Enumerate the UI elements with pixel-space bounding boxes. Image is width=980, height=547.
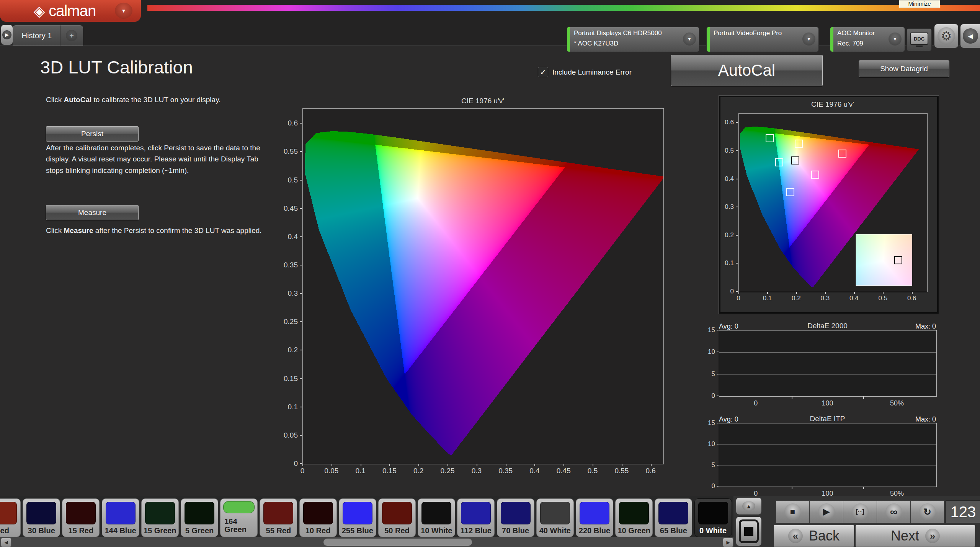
max-value-de2000: Max: 0 [915, 322, 936, 330]
x-axis-tick [332, 464, 332, 466]
x-axis-tick [854, 292, 855, 294]
pattern-window-button[interactable] [736, 516, 762, 546]
patch-label: 10 Red [300, 527, 336, 535]
calman-app-window: ◈ calman ▼ Minimize ▶ History 1 + DDC ⚙ … [0, 0, 980, 547]
refresh-button[interactable]: ↻ [910, 500, 944, 523]
step-range-button[interactable]: [··] [843, 500, 877, 523]
x-axis-tick-label: 0.4 [529, 467, 539, 475]
y-axis-tick [300, 407, 302, 407]
y-axis-tick-label: 0.35 [284, 261, 298, 269]
autocal-button[interactable]: AutoCal [671, 55, 823, 86]
patch-swatch [580, 502, 609, 524]
x-axis-tick-label: 0.5 [588, 467, 598, 475]
include-luminance-error-label: Include Luminance Error [552, 68, 632, 77]
y-axis-tick [717, 444, 719, 444]
back-button[interactable]: « Back [773, 525, 854, 547]
device-bar-3[interactable]: AOC MonitorRec. 709▼ [830, 27, 905, 52]
patch-label: 30 Blue [23, 527, 60, 535]
next-button[interactable]: Next » [855, 525, 975, 547]
patch-card-10-green[interactable]: 10 Green [615, 498, 653, 537]
measure-post: after the Persist to confirm the 3D LUT … [93, 226, 262, 234]
chevron-down-icon[interactable]: ▼ [802, 33, 815, 46]
connection-status-indicator [567, 27, 570, 52]
y-axis-tick-label: 15 [708, 419, 715, 427]
x-axis-tick-label: 0 [737, 295, 740, 302]
x-axis-tick [825, 292, 826, 294]
patch-card-70-blue[interactable]: 70 Blue [497, 498, 534, 537]
rainbow-gradient-bar [147, 5, 980, 11]
device-bar-line2: Rec. 709 [837, 40, 863, 47]
x-axis-tick-label: 0 [754, 399, 758, 407]
patch-card-164-green[interactable]: 164 Green [220, 498, 258, 537]
y-axis-tick [300, 123, 302, 124]
target-marker-6 [811, 171, 819, 179]
patch-card-50-red[interactable]: 50 Red [378, 498, 416, 537]
device-bar-1[interactable]: Portrait Displays C6 HDR5000* AOC K27U3D… [567, 27, 699, 52]
patch-card-15-green[interactable]: 15 Green [141, 498, 179, 537]
y-axis-tick [300, 350, 302, 350]
collapse-right-panel-button[interactable]: ◀ [960, 24, 980, 48]
main-menu-dropdown-icon[interactable]: ▼ [115, 3, 132, 19]
gridline [719, 352, 936, 353]
x-axis-tick [912, 292, 913, 294]
patch-card-5-green[interactable]: 5 Green [181, 498, 218, 537]
device-bar-2[interactable]: Portrait VideoForge Pro▼ [706, 27, 819, 52]
y-axis-tick-label: 0 [730, 288, 734, 295]
measure-bold: Measure [64, 226, 93, 234]
patch-card-220-blue[interactable]: 220 Blue [576, 498, 613, 537]
device-bar-line1: Portrait Displays C6 HDR5000 [574, 29, 662, 37]
chevron-down-icon[interactable]: ▼ [889, 33, 902, 46]
patch-label: 255 Blue [339, 527, 376, 535]
patch-swatch [501, 502, 531, 524]
calman-menu-button[interactable]: ◈ calman ▼ [0, 0, 141, 22]
y-axis-tick-label: 0 [712, 392, 715, 400]
patch-card-255-blue[interactable]: 255 Blue [339, 498, 376, 537]
next-label: Next [891, 528, 919, 544]
x-axis-tick [593, 464, 593, 466]
patch-card-65-blue[interactable]: 65 Blue [655, 498, 692, 537]
play-button[interactable]: ▶ [809, 500, 843, 523]
y-axis-tick [736, 235, 738, 236]
plot-area-deitp [719, 423, 937, 487]
patch-card-30-blue[interactable]: 30 Blue [23, 498, 60, 537]
chevron-down-icon[interactable]: ▼ [683, 33, 696, 46]
measure-button[interactable]: Measure [46, 205, 139, 220]
patch-card-10-white[interactable]: 10 White [418, 498, 455, 537]
persist-button[interactable]: Persist [46, 126, 139, 142]
patch-scroll-left-button[interactable]: ◀ [1, 538, 11, 547]
patch-card-10-red[interactable]: 10 Red [299, 498, 337, 537]
patch-card-15-red[interactable]: 15 Red [62, 498, 100, 537]
x-axis-tick-label: 0.4 [849, 295, 859, 302]
settings-button[interactable]: ⚙ [934, 24, 959, 48]
patch-list-up-button[interactable]: ▲ [736, 497, 762, 515]
x-axis-tick-label: 0.15 [382, 467, 397, 475]
persist-note: After the calibration completes, click P… [46, 142, 270, 176]
x-axis-tick-label: 0.1 [763, 295, 772, 302]
tab-history-1[interactable]: History 1 [13, 25, 60, 46]
session-panel-toggle-button[interactable]: ▶ [1, 24, 13, 45]
x-axis-tick-label: 0.05 [324, 467, 338, 475]
x-axis-tick-label: 0.1 [355, 467, 365, 475]
y-axis-tick-label: 0.1 [288, 403, 298, 411]
patch-scroll-right-button[interactable]: ▶ [723, 538, 733, 547]
patch-card-144-blue[interactable]: 144 Blue [102, 498, 139, 537]
patch-swatch [26, 502, 56, 524]
whitepoint-inset-marker [894, 256, 902, 264]
loop-continuous-button[interactable]: ∞ [877, 500, 911, 523]
patch-card-55-red[interactable]: 55 Red [260, 498, 297, 537]
show-datagrid-button[interactable]: Show Datagrid [859, 60, 949, 77]
add-tab-button[interactable]: + [60, 25, 83, 46]
patch-card-red[interactable]: Red [0, 498, 21, 537]
patch-swatch [461, 502, 491, 524]
patch-scrollbar-thumb[interactable] [323, 539, 472, 546]
patch-card-40-white[interactable]: 40 White [536, 498, 574, 537]
include-luminance-error-checkbox[interactable]: ✓ [538, 67, 548, 77]
patch-swatch [382, 502, 412, 524]
patch-card-112-blue[interactable]: 112 Blue [457, 498, 495, 537]
x-axis-tick-label: 50% [890, 399, 904, 407]
patch-label: 50 Red [379, 527, 415, 535]
x-axis-tick [796, 292, 797, 294]
patch-card-0-white[interactable]: 0 White [694, 498, 732, 537]
ddc-button[interactable]: DDC [906, 28, 932, 51]
stop-button[interactable]: ■ [776, 500, 810, 523]
